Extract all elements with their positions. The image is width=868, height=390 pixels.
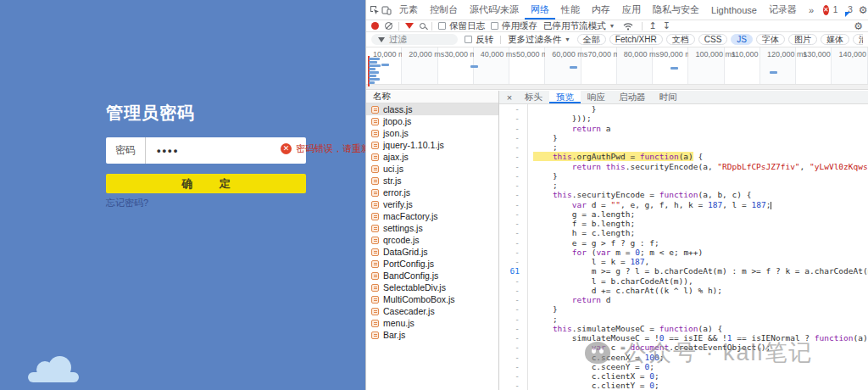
timeline-request-mark bbox=[570, 66, 577, 69]
request-row-DataGrid.js[interactable]: DataGrid.js bbox=[366, 246, 498, 258]
request-row-jtopo.js[interactable]: jtopo.js bbox=[366, 115, 498, 127]
filter-pill-Fetch/XHR[interactable]: Fetch/XHR bbox=[609, 34, 663, 45]
request-row-qrcode.js[interactable]: qrcode.js bbox=[366, 234, 498, 246]
code-gutter: -----------------61------------ bbox=[499, 104, 528, 390]
tab-»[interactable]: » bbox=[803, 0, 820, 20]
inspect-element-icon[interactable] bbox=[370, 3, 380, 18]
password-field[interactable]: 密码 •••• bbox=[106, 137, 306, 164]
timeline-request-mark bbox=[369, 68, 376, 70]
more-filters-dropdown[interactable]: 更多过滤条件▼ bbox=[508, 34, 570, 46]
request-row-ajax.js[interactable]: ajax.js bbox=[366, 151, 498, 163]
record-icon[interactable] bbox=[371, 22, 379, 30]
disable-cache-checkbox[interactable]: 停用缓存 bbox=[491, 20, 537, 32]
close-detail-icon[interactable]: × bbox=[503, 92, 516, 103]
request-row-menu.js[interactable]: menu.js bbox=[366, 317, 498, 329]
device-toolbar-icon[interactable] bbox=[381, 3, 392, 18]
search-icon[interactable] bbox=[420, 23, 426, 29]
code-line: c.sceenX = 100; bbox=[533, 353, 868, 362]
request-row-verify.js[interactable]: verify.js bbox=[366, 198, 498, 210]
detail-tab-预览[interactable]: 预览 bbox=[549, 91, 581, 103]
funnel-icon bbox=[378, 37, 385, 42]
code-token: return this bbox=[572, 162, 626, 171]
clear-icon[interactable] bbox=[385, 22, 392, 30]
timeline-request-mark bbox=[369, 81, 375, 84]
preview-code[interactable]: -----------------61------------ } })); r… bbox=[499, 104, 868, 390]
filter-pill-文档[interactable]: 文档 bbox=[666, 34, 695, 45]
filter-pill-图片[interactable]: 图片 bbox=[788, 34, 817, 45]
export-har-icon[interactable]: ↧ bbox=[663, 21, 670, 31]
tab-网络[interactable]: 网络 bbox=[525, 0, 555, 20]
request-row-Bar.js[interactable]: Bar.js bbox=[366, 329, 498, 341]
network-main: 名称 class.jsjtopo.jsjson.jsjquery-1.10.1.… bbox=[366, 91, 868, 390]
filter-pill-CSS[interactable]: CSS bbox=[698, 34, 728, 45]
filter-placeholder: 过滤 bbox=[389, 34, 407, 46]
filter-pill-JS[interactable]: JS bbox=[731, 34, 753, 45]
request-row-BandConfig.js[interactable]: BandConfig.js bbox=[366, 270, 498, 281]
detail-tab-启动器[interactable]: 启动器 bbox=[612, 91, 653, 103]
code-token: m >= g ? l = b.charCodeAt(m) : m >= f ? … bbox=[533, 266, 868, 276]
detail-tab-标头[interactable]: 标头 bbox=[518, 91, 549, 103]
confirm-button[interactable]: 确 定 bbox=[106, 174, 306, 193]
network-overview-timeline[interactable]: 10,000 ms20,000 ms30,000 ms40,000 ms50,0… bbox=[366, 47, 868, 90]
code-token: function bbox=[659, 324, 698, 333]
throttling-dropdown[interactable]: 已停用节流模式▼ bbox=[543, 20, 615, 32]
request-row-macFactory.js[interactable]: macFactory.js bbox=[366, 210, 498, 222]
request-row-uci.js[interactable]: uci.js bbox=[366, 163, 498, 175]
tab-隐私与安全[interactable]: 隐私与安全 bbox=[647, 0, 705, 20]
divider bbox=[642, 22, 643, 31]
network-settings-gear-icon[interactable]: ⚙ bbox=[854, 21, 863, 31]
settings-gear-icon[interactable]: ⚙ bbox=[859, 5, 868, 15]
filter-pill-全部[interactable]: 全部 bbox=[577, 34, 606, 45]
invert-label: 反转 bbox=[476, 34, 493, 46]
code-token bbox=[533, 124, 572, 133]
timeline-request-mark bbox=[369, 71, 379, 74]
tab-Lighthouse[interactable]: Lighthouse bbox=[705, 0, 763, 20]
request-row-class.js[interactable]: class.js bbox=[366, 103, 498, 115]
js-file-icon bbox=[371, 284, 379, 292]
tab-记录器[interactable]: 记录器 bbox=[763, 0, 803, 20]
tab-内存[interactable]: 内存 bbox=[586, 0, 616, 20]
request-list: 名称 class.jsjtopo.jsjson.jsjquery-1.10.1.… bbox=[366, 91, 499, 390]
request-row-jquery-1.10.1.js[interactable]: jquery-1.10.1.js bbox=[366, 139, 498, 151]
gutter-marker: - bbox=[499, 381, 520, 390]
tab-元素[interactable]: 元素 bbox=[393, 0, 424, 20]
error-count[interactable]: 1 bbox=[833, 5, 838, 14]
preserve-log-checkbox[interactable]: 保留日志 bbox=[438, 20, 485, 32]
tab-控制台[interactable]: 控制台 bbox=[424, 0, 464, 20]
tab-应用[interactable]: 应用 bbox=[616, 0, 647, 20]
request-row-Casecader.js[interactable]: Casecader.js bbox=[366, 305, 498, 317]
code-token: var bbox=[572, 200, 587, 209]
error-count-icon[interactable]: ✕ bbox=[823, 5, 829, 15]
filter-input[interactable]: 过滤 bbox=[371, 34, 458, 45]
filter-pill-清单[interactable]: 清单 bbox=[853, 34, 863, 45]
network-conditions-icon[interactable] bbox=[620, 19, 636, 34]
request-row-MultiComboBox.js[interactable]: MultiComboBox.js bbox=[366, 293, 498, 305]
request-row-str.js[interactable]: str.js bbox=[366, 175, 498, 187]
request-row-settings.js[interactable]: settings.js bbox=[366, 222, 498, 234]
name-column-header[interactable]: 名称 bbox=[366, 91, 498, 103]
checkbox-icon[interactable] bbox=[491, 22, 498, 30]
checkbox-icon[interactable] bbox=[438, 22, 446, 30]
filter-pill-字体[interactable]: 字体 bbox=[756, 34, 785, 45]
request-row-json.js[interactable]: json.js bbox=[366, 127, 498, 139]
request-name: macFactory.js bbox=[383, 211, 438, 221]
detail-tab-时间[interactable]: 时间 bbox=[653, 91, 684, 103]
filter-active-icon[interactable] bbox=[405, 23, 414, 29]
request-name: jquery-1.10.1.js bbox=[383, 140, 444, 150]
detail-tab-响应[interactable]: 响应 bbox=[581, 91, 612, 103]
filter-pill-媒体[interactable]: 媒体 bbox=[821, 34, 849, 45]
request-row-SelectableDiv.js[interactable]: SelectableDiv.js bbox=[366, 281, 498, 293]
gutter-marker: - bbox=[499, 315, 520, 324]
request-row-error.js[interactable]: error.js bbox=[366, 187, 498, 198]
tab-性能[interactable]: 性能 bbox=[555, 0, 586, 20]
request-row-PortConfig.js[interactable]: PortConfig.js bbox=[366, 258, 498, 270]
code-line: e = g > f ? g : f; bbox=[533, 238, 868, 248]
tab-源代码/来源[interactable]: 源代码/来源 bbox=[464, 0, 525, 20]
js-file-icon bbox=[371, 296, 379, 304]
forgot-password-link[interactable]: 忘记密码? bbox=[106, 197, 148, 209]
checkbox-icon[interactable] bbox=[465, 36, 472, 43]
code-line: this.securityEncode = function(a, b, c) … bbox=[533, 190, 868, 199]
invert-checkbox[interactable]: 反转 bbox=[465, 34, 493, 46]
code-line: } bbox=[533, 133, 868, 142]
import-har-icon[interactable]: ↥ bbox=[648, 21, 656, 31]
